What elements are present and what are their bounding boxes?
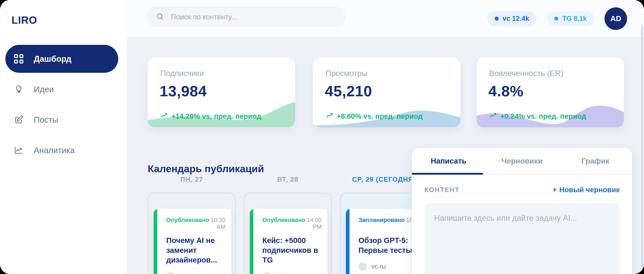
calendar-title: Календарь публикаций <box>148 163 264 174</box>
sidebar-item-label: Посты <box>34 115 58 125</box>
plus-icon: + <box>552 186 557 194</box>
day-column-mon[interactable]: Опубликовано 10:30 AM Почему AI не замен… <box>148 193 236 274</box>
stat-delta-text: +0.24% vs. пред. период <box>500 112 586 120</box>
post-status-badge: Опубликовано <box>262 217 305 223</box>
stat-card-subscribers: Подписчики 13,984 +14.20% vs. пред. пери… <box>148 58 295 127</box>
stat-card-engagement: Вовлеченность (ER) 4.8% +0.24% vs. пред.… <box>476 58 624 127</box>
composer-tabs: Написать Черновики График <box>412 148 632 175</box>
post-status-badge: Опубликовано <box>166 217 209 223</box>
search-input[interactable]: Поиск по контенту... <box>146 7 345 27</box>
search-icon <box>156 12 164 21</box>
vc-badge-label: vc 12.4k <box>502 15 529 22</box>
stat-value: 4.8% <box>488 83 524 100</box>
post-meta: Опубликовано 10:30 AM <box>166 217 224 230</box>
top-header: Поиск по контенту... vc 12.4k TG 8.1k AD <box>127 0 644 37</box>
post-card[interactable]: Опубликовано 10:30 AM Почему AI не замен… <box>154 209 231 274</box>
stat-card-views: Просмотры 45,210 +8.60% vs. пред. период <box>313 58 460 127</box>
sidebar-item-dashboard[interactable]: Дашборд <box>6 45 118 73</box>
trend-up-icon <box>160 112 168 121</box>
post-meta: Опубликовано 14:00 PM <box>262 217 320 230</box>
stat-delta-text: +8.60% vs. пред. период <box>337 112 422 120</box>
post-status-badge: Запланировано <box>358 217 405 223</box>
post-platform: Telegram <box>275 273 302 274</box>
composer-content-row: КОНТЕНТ + Новый черновик <box>424 186 620 194</box>
avatar[interactable]: AD <box>604 7 627 30</box>
stat-value: 13,984 <box>160 83 207 100</box>
post-footer: vc.ru <box>358 262 416 271</box>
post-meta: Запланировано 18:30 PM <box>358 217 416 230</box>
sidebar-item-ideas[interactable]: Идеи <box>6 75 118 103</box>
post-title: Обзор GPT-5: Первые тесты <box>358 236 416 255</box>
trend-up-icon <box>489 112 497 121</box>
post-time: 14:00 PM <box>307 217 322 230</box>
search-placeholder: Поиск по контенту... <box>171 13 237 21</box>
active-tab-underline <box>412 173 483 175</box>
editor-placeholder: Напишите здесь или дайте задачу AI... <box>434 214 577 222</box>
post-title: Кейс: +5000 подписчиков в TG <box>262 236 320 265</box>
post-platform: vc.ru <box>372 263 386 270</box>
tg-badge-label: TG 8.1k <box>562 15 587 22</box>
stat-value: 45,210 <box>325 83 372 100</box>
tab-schedule[interactable]: График <box>559 148 632 174</box>
stat-delta: +8.60% vs. пред. период <box>326 112 422 121</box>
stat-delta: +14.20% vs. пред. период <box>160 112 261 121</box>
stat-delta: +0.24% vs. пред. период <box>489 112 586 121</box>
post-footer: Telegram <box>262 272 320 274</box>
lightbulb-icon <box>14 84 24 94</box>
sidebar-item-label: Дашборд <box>34 54 71 64</box>
platform-avatar <box>358 262 367 271</box>
stat-label: Вовлеченность (ER) <box>489 69 563 78</box>
trend-up-icon <box>326 112 334 121</box>
header-right: vc 12.4k TG 8.1k AD <box>487 0 627 37</box>
chart-line-icon <box>14 145 24 155</box>
stat-delta-text: +14.20% vs. пред. период <box>172 112 261 120</box>
sidebar-item-posts[interactable]: Посты <box>6 106 118 134</box>
vc-followers-badge[interactable]: vc 12.4k <box>487 11 537 26</box>
composer-panel: Написать Черновики График КОНТЕНТ + Новы… <box>412 147 632 274</box>
new-draft-button[interactable]: + Новый черновик <box>552 186 620 194</box>
pencil-square-icon <box>14 115 24 125</box>
post-platform: vc.ru <box>179 273 194 274</box>
platform-avatar <box>262 272 270 274</box>
platform-avatar <box>166 272 174 274</box>
app-logo: LIRO <box>12 14 37 26</box>
vc-status-dot-icon <box>495 17 499 21</box>
app-window: LIRO Дашборд Идеи <box>0 0 644 274</box>
day-header-mon: ПН, 27 <box>148 176 236 183</box>
post-footer: vc.ru <box>166 272 224 274</box>
vertical-scrollbar[interactable] <box>641 25 643 273</box>
sidebar-item-label: Аналитика <box>34 145 75 155</box>
post-editor-textarea[interactable]: Напишите здесь или дайте задачу AI... <box>424 203 620 274</box>
sidebar: LIRO Дашборд Идеи <box>0 0 127 274</box>
dashboard-grid-icon <box>14 54 24 64</box>
post-card[interactable]: Опубликовано 14:00 PM Кейс: +5000 подпис… <box>250 209 328 274</box>
sidebar-item-label: Идеи <box>34 84 54 94</box>
sidebar-nav: Дашборд Идеи Посты <box>6 45 118 167</box>
content-section-label: КОНТЕНТ <box>424 186 460 194</box>
sidebar-item-analytics[interactable]: Аналитика <box>6 136 118 164</box>
post-title: Почему AI не заменит дизайнеров... <box>166 236 224 265</box>
tg-status-dot-icon <box>554 17 558 21</box>
tab-drafts[interactable]: Черновики <box>485 148 559 174</box>
day-column-tue[interactable]: Опубликовано 14:00 PM Кейс: +5000 подпис… <box>244 193 332 274</box>
post-time: 10:30 AM <box>210 217 226 230</box>
tab-write[interactable]: Написать <box>412 148 485 174</box>
stat-label: Подписчики <box>160 69 204 78</box>
new-draft-label: Новый черновик <box>559 186 620 194</box>
day-header-tue: ВТ, 28 <box>244 176 332 183</box>
tg-followers-badge[interactable]: TG 8.1k <box>547 11 594 26</box>
stat-label: Просмотры <box>326 69 368 78</box>
